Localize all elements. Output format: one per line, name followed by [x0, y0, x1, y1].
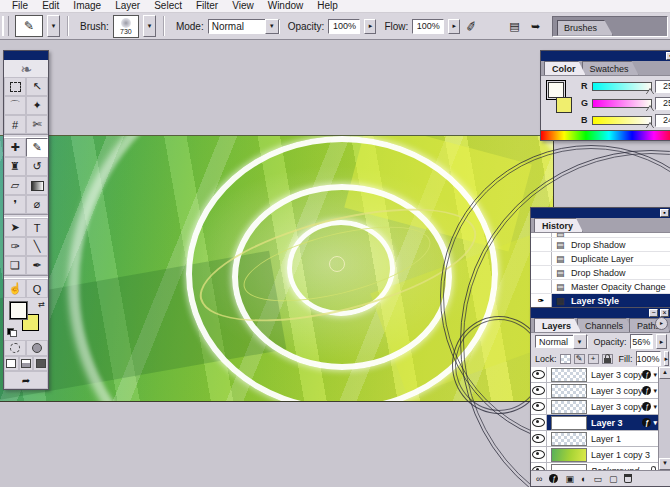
fill-input[interactable]: 100% [636, 351, 661, 366]
layer-row[interactable]: Layer 1 copy 3 [531, 447, 659, 463]
visibility-toggle[interactable] [531, 447, 547, 462]
tool-gradient[interactable] [26, 176, 48, 195]
layer-thumbnail[interactable] [551, 464, 587, 471]
history-row[interactable]: ▤ Master Opacity Change [531, 280, 670, 294]
tool-line[interactable]: ╲ [26, 237, 48, 256]
style-expand-icon[interactable]: ▾ [653, 403, 657, 411]
color-spectrum-bar[interactable] [541, 130, 670, 140]
tool-slice[interactable]: ✄ [26, 115, 48, 134]
tool-notes[interactable]: ❏ [4, 256, 26, 275]
file-browser-icon[interactable]: ➥ [527, 18, 544, 35]
layers-panel-titlebar[interactable]: − × [531, 308, 670, 318]
add-layer-mask-icon[interactable]: ▣ [565, 474, 574, 484]
minimize-icon[interactable]: − [649, 309, 658, 317]
opacity-input[interactable]: 100% [328, 19, 360, 34]
layer-style-icon[interactable]: ƒ [642, 386, 651, 395]
tool-eyedropper[interactable]: ✒ [26, 256, 48, 275]
history-row[interactable]: ▤ Drop Shadow [531, 238, 670, 252]
fill-spinner-icon[interactable]: ▸ [664, 351, 670, 366]
brush-dropdown-icon[interactable]: ▾ [143, 15, 156, 37]
menu-select[interactable]: Select [147, 0, 189, 12]
add-layer-style-icon[interactable]: ƒ [549, 474, 558, 483]
red-slider[interactable] [592, 82, 652, 91]
layer-row-selected[interactable]: Layer 3 ƒ▾ [531, 415, 659, 431]
visibility-toggle[interactable] [531, 399, 547, 414]
canvas-image[interactable] [0, 135, 554, 402]
default-colors-icon[interactable] [7, 328, 17, 337]
flow-input[interactable]: 100% [412, 19, 444, 34]
brush-preview[interactable]: 730 [113, 15, 139, 38]
visibility-toggle[interactable] [531, 367, 547, 382]
menu-view[interactable]: View [225, 0, 261, 12]
tool-magic-wand[interactable]: ✦ [26, 96, 48, 115]
layer-row-background[interactable]: Background [531, 463, 659, 470]
green-slider[interactable] [592, 99, 652, 108]
visibility-toggle[interactable] [531, 415, 547, 430]
mode-select[interactable]: Normal ▾ [208, 19, 280, 34]
layer-thumbnail[interactable] [551, 400, 587, 414]
tool-zoom[interactable]: Q [26, 279, 48, 298]
close-icon[interactable]: × [660, 309, 669, 317]
fullscreen-menubar-button[interactable] [19, 356, 34, 371]
tool-healing-brush[interactable]: ✚ [4, 138, 26, 157]
menu-help[interactable]: Help [310, 0, 345, 12]
tab-swatches[interactable]: Swatches [582, 61, 639, 75]
history-source-cell[interactable] [531, 238, 552, 251]
tab-color[interactable]: Color [544, 61, 586, 75]
jump-to-imageready-button[interactable]: ➦ [4, 371, 48, 389]
history-row[interactable]: ▤ Duplicate Layer [531, 252, 670, 266]
tool-move[interactable]: ↖ [26, 77, 48, 96]
red-value-input[interactable]: 253 [655, 80, 670, 93]
slider-thumb-icon[interactable] [646, 106, 654, 112]
style-expand-icon[interactable]: ▾ [653, 371, 657, 379]
tab-channels[interactable]: Channels [577, 318, 633, 332]
layer-opacity-input[interactable]: 56% [630, 334, 654, 349]
layer-style-icon[interactable]: ƒ [642, 402, 651, 411]
layer-thumbnail[interactable] [551, 368, 587, 382]
tool-type[interactable]: T [26, 218, 48, 237]
layer-thumbnail[interactable] [551, 384, 587, 398]
history-source-cell[interactable] [531, 266, 552, 279]
layer-row[interactable]: Layer 1 [531, 431, 659, 447]
tab-layers[interactable]: Layers [534, 318, 581, 332]
slider-thumb-icon[interactable] [646, 123, 654, 129]
new-layer-icon[interactable]: ▢ [609, 474, 618, 484]
tool-hand[interactable]: ☝ [4, 279, 26, 298]
green-value-input[interactable]: 252 [655, 97, 670, 110]
visibility-toggle[interactable] [531, 463, 547, 470]
tool-lasso[interactable]: ⌒ [4, 96, 26, 115]
lock-paint-icon[interactable]: ✎ [574, 354, 585, 364]
tab-history[interactable]: History [534, 218, 583, 232]
menu-layer[interactable]: Layer [108, 0, 147, 12]
foreground-color-swatch[interactable] [10, 302, 27, 319]
airbrush-toggle-icon[interactable]: ✐ [465, 18, 478, 35]
standard-mode-button[interactable] [4, 340, 26, 356]
layer-row[interactable]: Layer 3 copy 2 ƒ▾ [531, 399, 659, 415]
menu-file[interactable]: File [5, 0, 35, 12]
history-source-cell[interactable] [531, 280, 552, 293]
layers-scrollbar[interactable]: ▲ ▼ [658, 367, 670, 470]
flow-spinner-icon[interactable]: ▸ [448, 19, 460, 34]
history-source-cell[interactable] [531, 252, 552, 265]
toolbox-header[interactable]: ❧ [4, 51, 48, 77]
tool-preset-dropdown-icon[interactable]: ▾ [47, 15, 60, 37]
new-adjustment-layer-icon[interactable]: ◐ [581, 474, 586, 484]
tool-rectangular-marquee[interactable] [4, 77, 26, 96]
standard-screen-button[interactable] [4, 356, 19, 371]
layer-style-icon[interactable]: ƒ [642, 370, 651, 379]
tool-blur[interactable]: ❜ [4, 195, 26, 214]
tool-clone-stamp[interactable]: ♜ [4, 157, 26, 176]
lock-position-icon[interactable]: + [588, 354, 599, 364]
scroll-down-icon[interactable]: ▼ [659, 458, 670, 470]
tool-dodge[interactable]: ⌀ [26, 195, 48, 214]
history-row-selected[interactable]: ✑ ▤ Layer Style [531, 294, 670, 308]
panel-close-icon[interactable]: ▪ [660, 209, 669, 217]
lock-all-icon[interactable] [602, 354, 613, 364]
quick-mask-button[interactable] [26, 340, 48, 356]
tool-path-selection[interactable]: ➤ [4, 218, 26, 237]
fullscreen-button[interactable] [33, 356, 48, 371]
style-expand-icon[interactable]: ▾ [653, 387, 657, 395]
history-brush-source-icon[interactable]: ✑ [531, 294, 552, 307]
style-expand-icon[interactable]: ▾ [653, 419, 657, 427]
swap-colors-icon[interactable]: ⇄ [38, 300, 45, 309]
